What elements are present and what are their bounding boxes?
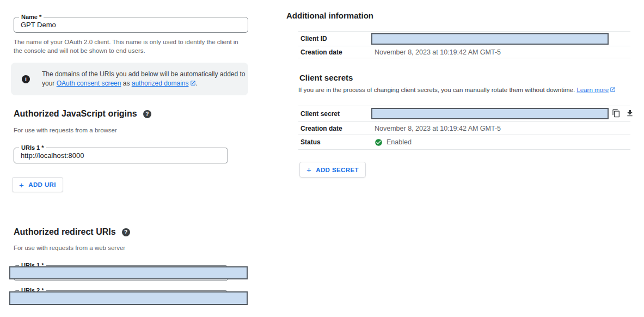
info-banner: i The domains of the URIs you add below … (11, 63, 248, 95)
additional-information-title: Additional information (286, 11, 373, 20)
help-icon[interactable]: ? (122, 228, 130, 236)
js-origin-uri-label: URIs 1 * (19, 144, 46, 151)
status-label: Status (298, 138, 375, 146)
add-secret-button[interactable]: + ADD SECRET (299, 162, 366, 178)
oauth-consent-screen-link[interactable]: OAuth consent screen (57, 80, 121, 87)
js-origins-title-text: Authorized JavaScript origins (14, 109, 137, 119)
plus-icon: + (19, 181, 24, 189)
redacted-client-secret (371, 108, 609, 119)
js-origin-uri-input[interactable] (21, 148, 221, 163)
client-id-label: Client ID (298, 35, 375, 42)
download-client-secret-button[interactable] (625, 109, 634, 118)
status-row: Status Enabled (298, 135, 630, 150)
status-value: Enabled (375, 138, 412, 147)
creation-date-value: November 8, 2023 at 10:19:42 AM GMT-5 (375, 48, 501, 56)
redacted-redirect-uri-1 (9, 266, 248, 279)
redacted-redirect-uri-2 (9, 291, 248, 305)
authorized-domains-link[interactable]: authorized domains (132, 80, 189, 87)
redacted-client-id (371, 33, 609, 45)
client-secrets-description: If you are in the process of changing cl… (298, 87, 616, 93)
client-secrets-description-text: If you are in the process of changing cl… (298, 87, 576, 93)
copy-client-secret-button[interactable] (612, 109, 621, 118)
help-icon[interactable]: ? (143, 110, 151, 118)
add-uri-button-label: ADD URI (28, 181, 56, 188)
name-helper-text: The name of your OAuth 2.0 client. This … (14, 38, 247, 55)
external-link-icon (610, 87, 616, 93)
banner-line2-end: . (196, 80, 198, 87)
creation-date-label: Creation date (298, 48, 375, 56)
creation-date-row: Creation date November 8, 2023 at 10:19:… (298, 46, 630, 58)
redirect-uris-subtitle: For use with requests from a web server (14, 245, 125, 251)
external-link-icon (190, 80, 196, 86)
plus-icon: + (306, 166, 311, 174)
js-origins-title: Authorized JavaScript origins ? (14, 109, 151, 119)
status-value-text: Enabled (387, 138, 412, 146)
add-secret-button-label: ADD SECRET (316, 167, 359, 173)
secret-creation-date-row: Creation date November 8, 2023 at 10:19:… (298, 121, 630, 135)
banner-line2-start: your (42, 80, 57, 87)
js-origin-uri-field: URIs 1 * (14, 148, 228, 163)
client-secret-label: Client secret (298, 110, 375, 118)
banner-line2-mid: as (121, 80, 131, 87)
client-secrets-title: Client secrets (299, 73, 353, 82)
info-icon: i (22, 75, 30, 83)
redirect-uris-title: Authorized redirect URIs ? (14, 227, 130, 237)
secret-creation-date-value: November 8, 2023 at 10:19:42 AM GMT-5 (375, 125, 501, 132)
redirect-uris-title-text: Authorized redirect URIs (14, 227, 116, 237)
js-origins-subtitle: For use with requests from a browser (14, 127, 117, 133)
learn-more-link[interactable]: Learn more (576, 87, 609, 93)
name-field-label: Name * (19, 14, 44, 21)
check-circle-icon (375, 138, 383, 147)
banner-line1: The domains of the URIs you add below wi… (42, 70, 246, 78)
add-uri-button[interactable]: + ADD URI (12, 177, 63, 192)
info-banner-text: The domains of the URIs you add below wi… (42, 70, 246, 88)
download-icon (625, 109, 634, 118)
secret-creation-date-label: Creation date (298, 125, 375, 132)
copy-icon (612, 109, 621, 118)
name-field: Name * (14, 17, 248, 33)
name-input[interactable] (21, 17, 241, 32)
